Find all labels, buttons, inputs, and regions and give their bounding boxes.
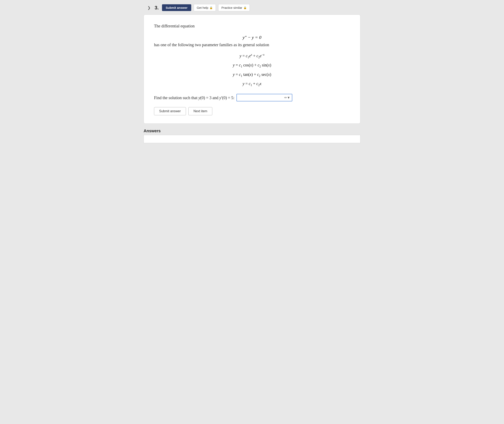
option-3: y = c1 tan(x) + c2 sec(x) <box>233 72 271 78</box>
practice-lock-icon: 🔒 <box>243 6 247 9</box>
question-card: The differential equation y″ − y = 0 has… <box>144 14 360 124</box>
answers-section: Answers <box>144 129 360 143</box>
answer-input-wrapper[interactable]: ✏︎▼ <box>236 94 292 101</box>
main-equation: y″ − y = 0 <box>154 33 350 42</box>
toolbar: ❯ 3. Submit answer Get help 🔒 Practice s… <box>144 4 360 11</box>
submit-answer-bottom-button[interactable]: Submit answer <box>154 107 186 115</box>
answers-bar <box>144 135 360 143</box>
answers-label: Answers <box>144 129 360 133</box>
submit-answer-top-button[interactable]: Submit answer <box>162 4 191 11</box>
find-solution-text: Find the solution such that y(0) = 3 and… <box>154 95 234 101</box>
get-help-button[interactable]: Get help 🔒 <box>194 4 216 11</box>
card-footer: Submit answer Next item <box>154 107 350 115</box>
answer-input[interactable] <box>239 95 284 100</box>
option-2: y = c1 cos(x) + c2 sin(x) <box>233 62 271 69</box>
option-4: y = c1 + c2x <box>243 81 261 87</box>
solution-intro: has one of the following two parameter f… <box>154 42 350 48</box>
get-help-label: Get help <box>197 6 208 9</box>
practice-similar-label: Practice similar <box>221 6 242 9</box>
pencil-icon[interactable]: ✏︎▼ <box>284 95 290 100</box>
nav-chevron[interactable]: ❯ <box>146 5 152 11</box>
get-help-lock-icon: 🔒 <box>209 6 213 9</box>
options-list: y = c1ex + c2e−x y = c1 cos(x) + c2 sin(… <box>154 53 350 87</box>
intro-text: The differential equation <box>154 23 350 29</box>
next-item-button[interactable]: Next item <box>188 107 213 115</box>
find-solution-row: Find the solution such that y(0) = 3 and… <box>154 94 350 101</box>
question-number: 3. <box>155 5 159 11</box>
practice-similar-button[interactable]: Practice similar 🔒 <box>218 4 250 11</box>
option-1: y = c1ex + c2e−x <box>239 53 264 59</box>
